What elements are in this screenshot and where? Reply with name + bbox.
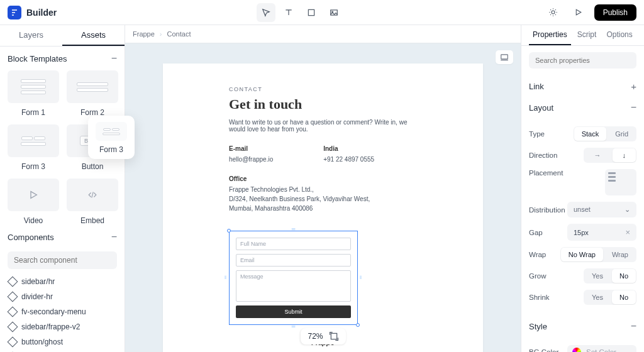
direction-h-button[interactable]: → [584,148,611,162]
block-templates-heading: Block Templates [8,54,67,63]
canvas-page[interactable]: CONTACT Get in touch Want to write to us… [163,63,483,352]
brand-name: Builder [26,8,57,18]
resize-side-handle[interactable]: ⫴ [360,275,362,281]
component-icon [8,322,18,333]
zoom-controls[interactable]: 72% [300,328,345,344]
template-button[interactable]: Button Button [67,124,118,171]
resize-handle-icon[interactable] [356,323,360,327]
color-swatch-icon [572,348,581,352]
distribution-select[interactable]: unset⌄ [567,202,636,217]
grow-no-button[interactable]: No [612,269,636,283]
address-line: Mumbai, Maharashtra 400086 [229,204,417,213]
template-form-2[interactable]: Form 2 [67,70,118,117]
zoom-level: 72% [308,332,323,341]
component-item[interactable]: button/ghost [8,334,117,349]
grow-yes-button[interactable]: Yes [584,269,611,283]
template-embed[interactable]: Embed [67,179,118,225]
direction-label: Direction [529,151,557,159]
placement-label: Placement [529,169,563,177]
tab-assets[interactable]: Assets [62,25,125,46]
direction-v-button[interactable]: ↓ [613,148,636,162]
layout-panel-title: Layout [529,103,553,113]
selected-form-element[interactable]: ⫴ ⫴ ═ ═ Full Name Email Message Submit [229,231,358,325]
component-item[interactable]: fv-secondary-menu [8,304,117,319]
preview-icon[interactable] [569,3,588,22]
crumb-root[interactable]: Frappe [133,30,155,38]
collapse-layout-icon[interactable]: − [631,102,636,113]
add-link-icon[interactable]: + [631,81,636,92]
image-tool[interactable] [325,3,343,22]
component-icon [8,307,18,317]
template-form-3[interactable]: Form 3 [8,124,59,171]
svg-rect-5 [331,333,336,339]
theme-toggle-icon[interactable] [544,3,563,22]
email-heading: E-mail [229,145,273,152]
publish-button[interactable]: Publish [594,4,636,21]
field-fullname: Full Name [236,238,351,250]
address-line: D/324, Neelkanth Business Park, Vidyavih… [229,194,417,204]
template-label: Embed [80,216,104,225]
component-icon [8,277,18,287]
app-logo [8,6,21,19]
wrap-wrap-button[interactable]: Wrap [604,248,636,261]
resize-side-handle[interactable]: ═ [292,226,296,232]
style-panel-title: Style [529,322,547,331]
collapse-components-icon[interactable]: − [111,231,117,243]
address-line: Frappe Technologies Pvt. Ltd., [229,185,417,194]
email-value: hello@frappe.io [229,155,273,164]
placement-picker[interactable] [605,169,636,195]
tab-options[interactable]: Options [602,25,636,45]
device-indicator-icon[interactable] [496,50,513,64]
tab-properties[interactable]: Properties [529,25,571,45]
component-item[interactable]: sidebar/frappe-v2 [8,319,117,334]
template-form-1[interactable]: Form 1 [8,70,59,117]
submit-button: Submit [236,305,351,318]
page-subtitle: Want to write to us or have a question o… [229,119,417,133]
shrink-no-button[interactable]: No [612,290,636,304]
svg-rect-4 [501,55,508,59]
component-search-input[interactable] [8,251,117,269]
clear-gap-icon[interactable]: × [625,228,630,237]
container-tool[interactable] [302,3,321,22]
template-label: Form 2 [80,108,104,117]
fit-view-icon[interactable] [330,332,338,341]
breadcrumb: Frappe › Contact [125,25,521,43]
component-item[interactable]: fv-secmenu-mobile [8,349,117,352]
page-kicker: CONTACT [229,86,417,92]
component-icon [8,337,18,348]
shrink-yes-button[interactable]: Yes [584,290,611,304]
type-stack-button[interactable]: Stack [574,127,607,141]
gap-input[interactable]: 15px× [567,224,636,241]
type-label: Type [529,130,545,138]
type-grid-button[interactable]: Grid [608,127,636,141]
bgcolor-label: BG Color [529,348,558,352]
collapse-style-icon[interactable]: − [631,321,636,332]
tab-layers[interactable]: Layers [0,25,62,46]
template-label: Video [24,216,43,225]
resize-side-handle[interactable]: ═ [292,324,296,329]
component-item[interactable]: divider-hr [8,289,117,304]
india-value: +91 22 4897 0555 [323,155,374,164]
bgcolor-picker[interactable]: Set Color [567,345,636,352]
wrap-nowrap-button[interactable]: No Wrap [561,248,603,261]
cursor-tool[interactable] [257,3,275,22]
resize-side-handle[interactable]: ⫴ [225,275,227,281]
component-icon [8,292,18,302]
resize-handle-icon[interactable] [227,229,231,233]
wrap-label: Wrap [529,251,546,258]
link-panel-title: Link [529,82,544,91]
distribution-label: Distribution [529,206,565,214]
component-item[interactable]: sidebar/hr [8,274,117,289]
svg-rect-0 [309,9,314,15]
gap-label: Gap [529,229,543,236]
template-label: Form 3 [21,162,45,171]
svg-point-3 [552,11,555,14]
collapse-templates-icon[interactable]: − [111,53,117,64]
shrink-label: Shrink [529,294,550,301]
crumb-current[interactable]: Contact [167,30,191,38]
text-tool[interactable] [279,3,298,22]
tab-script[interactable]: Script [574,25,601,45]
template-video[interactable]: Video [8,179,59,225]
india-heading: India [323,145,374,152]
properties-search-input[interactable] [529,52,636,69]
